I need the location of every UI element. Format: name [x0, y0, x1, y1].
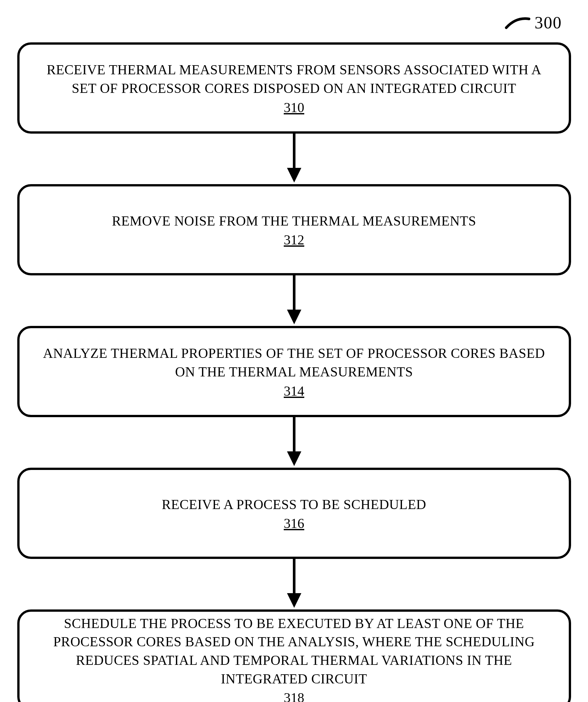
step-text: RECEIVE THERMAL MEASUREMENTS FROM SENSOR… [39, 61, 549, 98]
svg-marker-3 [287, 310, 301, 324]
step-reference-number: 314 [284, 383, 304, 399]
flowchart: RECEIVE THERMAL MEASUREMENTS FROM SENSOR… [16, 42, 572, 702]
arrow-down-icon [281, 134, 307, 184]
arrow-down-icon [281, 275, 307, 326]
step-reference-number: 318 [284, 690, 304, 702]
step-316: RECEIVE A PROCESS TO BE SCHEDULED 316 [17, 468, 571, 559]
step-text: REMOVE NOISE FROM THE THERMAL MEASUREMEN… [112, 212, 476, 230]
svg-marker-1 [287, 168, 301, 183]
step-318: SCHEDULE THE PROCESS TO BE EXECUTED BY A… [17, 609, 571, 702]
curved-bracket-icon [504, 16, 531, 29]
step-text: SCHEDULE THE PROCESS TO BE EXECUTED BY A… [39, 614, 549, 688]
step-text: RECEIVE A PROCESS TO BE SCHEDULED [162, 495, 426, 514]
step-310: RECEIVE THERMAL MEASUREMENTS FROM SENSOR… [17, 42, 571, 134]
step-312: REMOVE NOISE FROM THE THERMAL MEASUREMEN… [17, 184, 571, 275]
figure-reference: 300 [504, 13, 562, 32]
figure-reference-number: 300 [535, 13, 562, 32]
step-text: ANALYZE THERMAL PROPERTIES OF THE SET OF… [39, 344, 549, 381]
arrow-down-icon [281, 559, 307, 609]
svg-marker-7 [287, 593, 301, 608]
arrow-down-icon [281, 417, 307, 468]
svg-marker-5 [287, 451, 301, 466]
step-reference-number: 316 [284, 515, 304, 531]
step-314: ANALYZE THERMAL PROPERTIES OF THE SET OF… [17, 326, 571, 417]
step-reference-number: 312 [284, 232, 304, 248]
step-reference-number: 310 [284, 100, 304, 115]
flowchart-canvas: 300 RECEIVE THERMAL MEASUREMENTS FROM SE… [0, 0, 588, 702]
